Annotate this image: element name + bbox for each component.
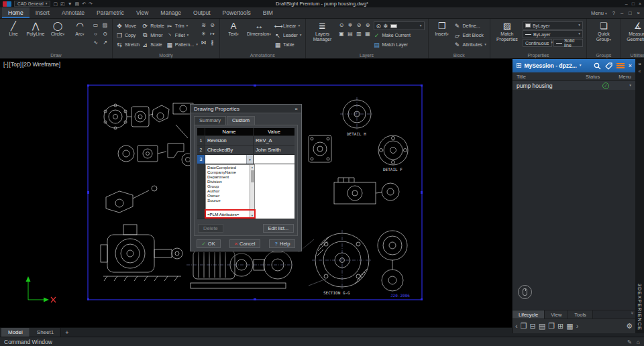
property-value-cell[interactable]: John Smith <box>254 146 294 154</box>
help-icon[interactable]: ? <box>612 10 615 16</box>
layer-lock-icon[interactable]: ⊕ <box>364 21 372 29</box>
undo-icon[interactable]: ↶ <box>82 1 86 6</box>
session-tool-icon-3[interactable]: ▤ <box>539 323 545 330</box>
offset-icon[interactable]: ≋ <box>200 21 207 29</box>
scroll-left-icon[interactable]: ‹ <box>515 323 518 330</box>
dropdown-option[interactable]: DateCompleted <box>206 165 250 170</box>
dialog-titlebar[interactable]: Drawing Properties × <box>191 105 301 113</box>
layers-manager-tool[interactable]: ≣Layers Manager <box>309 21 336 42</box>
circle-tool[interactable]: ◯Circle▾ <box>48 21 68 37</box>
pattern-tool[interactable]: ▦Pattern...▾ <box>166 40 198 49</box>
column-title[interactable]: Title <box>517 74 586 80</box>
dropdown-option-plm-attributes[interactable]: =PLM Attributes= <box>206 211 250 218</box>
layer-isolate-icon[interactable]: ▣ <box>338 30 345 38</box>
scroll-right-icon[interactable]: › <box>576 323 579 330</box>
dropdown-option[interactable]: Group <box>206 184 250 188</box>
quick-group-tool[interactable]: ❏Quick Group▾ <box>590 21 617 42</box>
polyline-tool[interactable]: ⋀PolyLine <box>25 21 46 37</box>
session-tool-icon-2[interactable]: ⊟ <box>530 323 536 330</box>
dock-collapse-icon[interactable]: « <box>639 69 641 74</box>
dock-close-icon[interactable]: × <box>638 61 641 67</box>
line-tool[interactable]: ╱Line <box>3 21 23 37</box>
tag-icon[interactable] <box>605 62 612 70</box>
extend-icon[interactable]: ↦ <box>209 30 216 38</box>
tab-insert[interactable]: Insert <box>30 7 56 18</box>
save-icon[interactable]: ▼ <box>68 1 72 6</box>
tab-view[interactable]: View <box>545 310 568 319</box>
rectangle-icon[interactable]: ▭ <box>92 21 99 29</box>
trim-tool[interactable]: ✂Trim▾ <box>166 21 198 30</box>
tab-bim[interactable]: BIM <box>257 7 279 18</box>
dropdown-option[interactable]: Author <box>206 188 250 193</box>
scale-tool[interactable]: ⊿Scale <box>142 40 164 49</box>
workspace-selector[interactable]: CAD General ▾ <box>14 1 50 7</box>
layer-unlock-icon[interactable]: ▦ <box>364 30 372 38</box>
layer-thaw-icon[interactable]: ▥ <box>356 30 363 38</box>
spline-icon[interactable]: ∿ <box>92 39 99 46</box>
dialog-close-icon[interactable]: × <box>294 106 298 112</box>
property-name-combobox[interactable]: ▾ <box>205 155 253 164</box>
new-icon[interactable]: ▢ <box>53 1 58 6</box>
insert-block-tool[interactable]: ❒Insert▾ <box>432 21 452 37</box>
sheet-tab-model[interactable]: Model <box>1 328 30 337</box>
cancel-button[interactable]: ×Cancel <box>229 239 261 248</box>
tab-custom[interactable]: Custom <box>227 116 255 125</box>
chevron-down-icon[interactable]: ▾ <box>629 84 631 88</box>
layer-freeze-icon[interactable]: ❄ <box>347 21 354 29</box>
tab-powertools[interactable]: Powertools <box>217 7 257 18</box>
hamburger-menu-icon[interactable] <box>616 63 625 68</box>
home-icon[interactable]: ⌂ <box>637 339 640 345</box>
viewport-menu-control[interactable]: [-] <box>3 61 9 68</box>
hatch-icon[interactable]: ▨ <box>101 21 109 29</box>
tab-view[interactable]: View <box>130 7 154 18</box>
property-name-cell[interactable]: Revision <box>205 136 254 145</box>
line-style-select[interactable]: Continuous▾ <box>523 39 552 47</box>
break-icon[interactable]: ∦ <box>209 39 216 46</box>
match-properties-tool[interactable]: ▨Match Properties <box>494 21 521 42</box>
session-tool-icon-1[interactable]: ❒ <box>521 323 527 330</box>
print-icon[interactable]: ▤ <box>75 1 80 6</box>
tab-home[interactable]: Home <box>2 7 30 18</box>
window-close-icon[interactable]: × <box>639 1 641 6</box>
weld-icon[interactable]: ⋈ <box>200 39 207 46</box>
property-name-cell[interactable]: CheckedBy <box>205 146 254 154</box>
scroll-up-icon[interactable]: ▴ <box>252 165 253 170</box>
dimension-tool[interactable]: ↔Dimension▾ <box>246 21 272 37</box>
mirror-tool[interactable]: ⧉Mirror <box>142 31 164 40</box>
edit-icon[interactable]: ✎ <box>627 339 632 345</box>
tab-annotate[interactable]: Annotate <box>56 7 91 18</box>
dropdown-scrollbar[interactable]: ▴ ▾ <box>250 165 254 218</box>
copy-tool[interactable]: ❐Copy <box>116 31 140 40</box>
leader-tool[interactable]: ↖Leader▾ <box>274 31 302 40</box>
open-icon[interactable]: ◰ <box>60 1 65 6</box>
ellipse-icon[interactable]: ○ <box>92 30 99 38</box>
dropdown-option[interactable]: CompanyName <box>206 170 250 174</box>
column-menu[interactable]: Menu <box>614 74 631 80</box>
tab-output[interactable]: Output <box>187 7 217 18</box>
tab-parametric[interactable]: Parametric <box>91 7 130 18</box>
redo-icon[interactable]: ↷ <box>89 1 93 6</box>
layer-on-icon[interactable]: ⊙ <box>338 21 345 29</box>
define-block-tool[interactable]: ✎Define... <box>454 21 486 30</box>
session-item-pump-housing[interactable]: pump housing ✓ ▾ <box>513 81 635 91</box>
dropdown-option[interactable]: Owner <box>206 193 250 198</box>
add-sheet-button[interactable]: + <box>61 328 72 337</box>
session-tool-icon-4[interactable]: ❒ <box>548 323 555 330</box>
sheet-tab-sheet1[interactable]: Sheet1 <box>30 328 61 337</box>
panel-close-icon[interactable]: × <box>629 62 632 69</box>
session-tool-icon-5[interactable]: ⊞ <box>557 323 564 330</box>
make-current-tool[interactable]: ✓Make Current <box>374 31 425 40</box>
doc-restore-icon[interactable]: □ <box>629 10 632 16</box>
chevron-down-icon[interactable]: ▾ <box>580 64 582 68</box>
edit-list-button[interactable]: Edit list... <box>263 224 294 233</box>
column-status[interactable]: Status <box>586 74 614 80</box>
attributes-tool[interactable]: ✎Attributes▾ <box>454 40 486 49</box>
session-title[interactable]: MySession - dpz2... <box>524 62 576 69</box>
table-tool[interactable]: ▦Table <box>274 40 302 49</box>
command-window-bar[interactable]: Command Window ✎ ⌂ <box>0 337 644 346</box>
menu-dropdown[interactable]: Menu ▾ <box>591 10 607 16</box>
tab-summary[interactable]: Summary <box>194 116 226 125</box>
line-color-select[interactable]: ByLayer▾ <box>523 21 583 30</box>
property-value-cell[interactable]: REV_A <box>254 136 294 145</box>
move-tool[interactable]: ✥Move <box>116 21 140 30</box>
